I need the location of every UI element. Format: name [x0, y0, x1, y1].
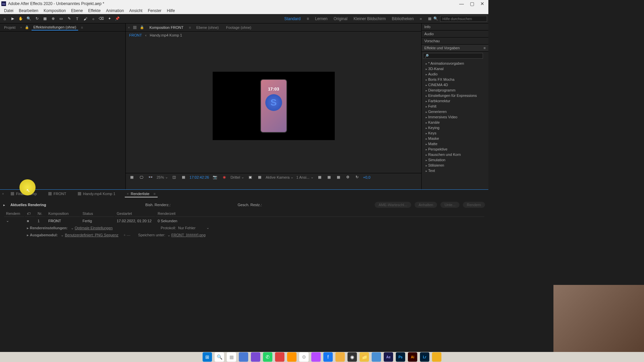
tab-menu-icon[interactable]: ≡ [153, 192, 155, 196]
effect-category[interactable]: 3D-Kanal [424, 66, 486, 71]
expand-settings-icon[interactable]: ▸ [27, 226, 29, 230]
expand-icon[interactable]: ⌄ [6, 219, 9, 223]
comp-lock-icon[interactable]: 🔒 [140, 25, 144, 29]
col-tag-icon[interactable]: 🏷 [25, 210, 35, 217]
help-search-input[interactable] [440, 16, 487, 22]
comp-tab-menu-icon[interactable]: ≡ [189, 25, 191, 29]
menu-animation[interactable]: Animation [103, 8, 126, 13]
transparency-icon[interactable]: ▦ [256, 174, 263, 181]
camera-dropdown[interactable]: Aktive Kamera ⌄ [266, 175, 294, 179]
effects-search-input[interactable] [423, 53, 483, 59]
effect-category[interactable]: Einstellungen für Expressions [424, 93, 486, 98]
effect-category[interactable]: * Animationsvorgaben [424, 61, 486, 66]
effect-category[interactable]: Keying [424, 125, 486, 130]
text-tool-icon[interactable]: T [74, 15, 80, 22]
effect-category[interactable]: Rauschen und Korn [424, 152, 486, 157]
brush-tool-icon[interactable]: 🖌 [82, 15, 89, 22]
effects-menu-icon[interactable]: ≡ [484, 46, 486, 50]
layer-tab[interactable]: Ebene (ohne) [194, 25, 221, 30]
effect-category[interactable]: Audio [424, 71, 486, 77]
workspace-standard[interactable]: Standard [284, 16, 301, 21]
screen-icon[interactable]: 🖵 [138, 174, 145, 181]
puppet-tool-icon[interactable]: 📌 [114, 15, 121, 22]
expand-output-icon[interactable]: ▸ [27, 233, 29, 237]
quality-dropdown[interactable]: Drittel ⌄ [230, 175, 244, 179]
expand-arrow-icon[interactable]: ▸ [3, 203, 5, 207]
lock-icon[interactable]: 🔒 [25, 25, 29, 29]
zoom-dropdown[interactable]: 25% ⌄ [157, 175, 168, 179]
views-dropdown[interactable]: 1 Ansi... ⌄ [296, 175, 313, 179]
col-renderzeit[interactable]: Renderzeit [156, 210, 484, 217]
panel-toggle-icon[interactable]: ▦ [428, 16, 431, 21]
hand-tool-icon[interactable]: ✋ [17, 15, 24, 22]
minimize-icon[interactable]: — [459, 1, 464, 6]
mask-icon[interactable]: 👓 [147, 174, 154, 181]
render-row[interactable]: ⌄ ■ 1 FRONT Fertig 17.02.2022, 01:20:12 … [4, 218, 484, 224]
effect-category[interactable]: Maske [424, 136, 486, 141]
workspace-lernen[interactable]: Lernen [315, 16, 327, 21]
render-settings-value[interactable]: Optimale Einstellungen [75, 226, 113, 230]
roto-tool-icon[interactable]: ✦ [106, 15, 113, 22]
pause-button[interactable]: Anhalten [415, 202, 437, 208]
col-gestartet[interactable]: Gestartet [115, 210, 155, 217]
tab-close-icon[interactable]: × [2, 192, 4, 196]
selection-tool-icon[interactable]: ▶ [9, 15, 16, 22]
protocol-dropdown[interactable]: Nur Fehler ⌄ [178, 226, 209, 230]
grid-icon[interactable]: ▦ [180, 174, 187, 181]
footage-tab[interactable]: Footage (ohne) [224, 25, 253, 30]
ame-queue-button[interactable]: AME-Warteschl... [375, 202, 411, 208]
exposure-value[interactable]: +0,0 [363, 175, 371, 179]
effect-category[interactable]: Immersives Video [424, 114, 486, 120]
effects-panel-header[interactable]: Effekte und Vorgaben ≡ [422, 45, 488, 52]
composition-viewer[interactable]: 17:03 [126, 39, 421, 173]
close-icon[interactable]: ✕ [480, 1, 484, 6]
effect-category[interactable]: Fehlt [424, 104, 486, 109]
snapshot-icon[interactable]: 📷 [212, 174, 218, 181]
effect-controls-tab[interactable]: Effekteinstellungen (ohne) [32, 24, 78, 31]
project-tab-close-icon[interactable]: × [20, 26, 22, 29]
channel-icon[interactable]: ◉ [221, 174, 228, 181]
maximize-icon[interactable]: ▢ [470, 1, 474, 6]
col-nr[interactable]: Nr. [36, 210, 46, 217]
menu-effekte[interactable]: Effekte [86, 8, 103, 13]
comp-tab-front[interactable]: Komposition FRONT [147, 25, 185, 30]
menu-ebene[interactable]: Ebene [68, 8, 86, 13]
view3-icon[interactable]: ▦ [335, 174, 342, 181]
save-path-value[interactable]: FRONT_[#####].png [171, 233, 206, 237]
resolution-icon[interactable]: ◫ [171, 174, 177, 181]
panel-menu-icon[interactable]: ≡ [81, 25, 83, 29]
audio-panel-header[interactable]: Audio [422, 31, 488, 38]
workspace-overflow-icon[interactable]: » [420, 16, 422, 21]
home-icon[interactable]: ⌂ [1, 15, 8, 22]
effect-category[interactable]: Dienstprogramm [424, 87, 486, 93]
effect-category[interactable]: Perspektive [424, 146, 486, 152]
shape-tool-icon[interactable]: ▭ [58, 15, 64, 22]
col-render[interactable]: Rendern [4, 210, 24, 217]
tab-renderliste[interactable]: ×Renderliste≡ [122, 191, 160, 196]
workspace-kleiner[interactable]: Kleiner Bildschirm [354, 16, 386, 21]
pen-tool-icon[interactable]: ✎ [66, 15, 72, 22]
tab-close-icon[interactable]: × [127, 192, 129, 196]
col-komposition[interactable]: Komposition [46, 210, 80, 217]
menu-komposition[interactable]: Komposition [41, 8, 68, 13]
zoom-tool-icon[interactable]: 🔍 [25, 15, 32, 22]
col-status[interactable]: Status [80, 210, 114, 217]
effect-category[interactable]: Generieren [424, 109, 486, 114]
clone-tool-icon[interactable]: ⟐ [90, 15, 97, 22]
menu-hilfe[interactable]: Hilfe [164, 8, 177, 13]
refresh-icon[interactable]: ↻ [354, 174, 361, 181]
add-output-icon[interactable]: + — [123, 233, 130, 237]
effect-category[interactable]: Stilisieren [424, 163, 486, 168]
effect-category[interactable]: Boris FX Mocha [424, 77, 486, 82]
menu-bearbeiten[interactable]: Bearbeiten [16, 8, 41, 13]
view4-icon[interactable]: ⚙ [344, 174, 351, 181]
stop-button[interactable]: Unte... [440, 202, 459, 208]
view2-icon[interactable]: ▦ [326, 174, 332, 181]
workspace-original[interactable]: Original [334, 16, 347, 21]
breadcrumb-handy[interactable]: Handy.mp4 Komp 1 [150, 33, 182, 37]
output-module-value[interactable]: Benutzerdefiniert: PNG Sequenz [65, 233, 118, 237]
effect-category[interactable]: Matte [424, 141, 486, 146]
effect-category[interactable]: CINEMA 4D [424, 82, 486, 87]
effect-category[interactable]: Keys [424, 130, 486, 136]
tab-front[interactable]: FRONT [44, 191, 71, 196]
